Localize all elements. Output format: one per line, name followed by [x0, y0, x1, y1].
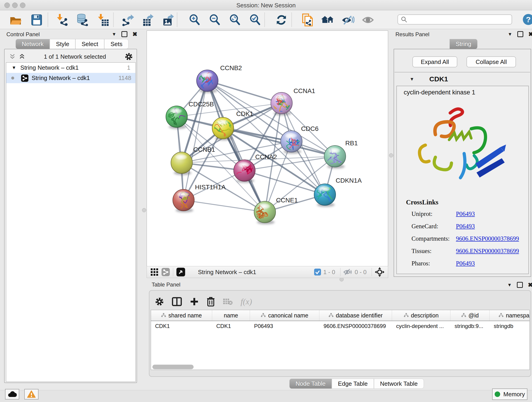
import-table-button[interactable] [96, 13, 109, 26]
show-columns-icon[interactable] [172, 297, 182, 306]
network-collection-row[interactable]: ▼ String Network – cdk1 1 [6, 63, 135, 73]
control-panel-close-icon[interactable]: ✖ [133, 32, 138, 36]
graph-edge-CCNB2-CCNE1[interactable] [207, 81, 265, 212]
results-panel-float-icon[interactable] [517, 31, 523, 37]
control-panel-collapse-icon[interactable]: ▼ [112, 32, 116, 37]
import-network-database-button[interactable] [76, 13, 89, 26]
delete-column-icon[interactable] [207, 297, 215, 306]
crosslink-link[interactable]: 9606.ENSP00000378699 [456, 248, 519, 255]
hide-selected-button[interactable] [341, 13, 355, 26]
show-all-button[interactable] [361, 13, 375, 26]
tab-style[interactable]: Style [50, 39, 75, 49]
open-in-window-icon[interactable] [177, 268, 185, 276]
import-network-file-button[interactable] [56, 13, 69, 26]
right-splitter-handle[interactable] [389, 153, 393, 157]
new-network-from-selection-button[interactable] [301, 13, 314, 26]
left-splitter-handle[interactable] [142, 208, 146, 212]
column-header-description[interactable]: description [392, 310, 450, 321]
export-table-icon [141, 13, 155, 26]
column-header-database-identifier[interactable]: database identifier [319, 310, 392, 321]
zoom-selected-icon [249, 13, 261, 26]
search-input[interactable] [398, 14, 512, 25]
results-panel-collapse-icon[interactable]: ▼ [508, 32, 512, 37]
add-column-icon[interactable] [190, 297, 199, 306]
results-panel-close-icon[interactable]: ✖ [528, 32, 532, 36]
table-panel-float-icon[interactable] [517, 282, 523, 288]
node-label-HIST1H1A: HIST1H1A [195, 184, 226, 191]
collapse-all-networks-icon[interactable] [9, 53, 16, 60]
apply-layout-button[interactable] [274, 13, 288, 26]
tab-edge-table[interactable]: Edge Table [332, 379, 374, 389]
table-panel-collapse-icon[interactable]: ▼ [507, 282, 512, 288]
zoom-fit-icon [229, 13, 241, 26]
cloud-status-button[interactable] [5, 389, 19, 400]
column-header-name[interactable]: name [212, 310, 250, 321]
tab-node-table[interactable]: Node Table [289, 379, 332, 389]
section-expander-icon[interactable]: ▼ [410, 77, 414, 82]
tab-network-table[interactable]: Network Table [374, 379, 424, 389]
graph-node-CDKN1A[interactable]: CDKN1A [314, 177, 362, 207]
duplicate-pages-icon [301, 13, 314, 27]
graph-mode-icon[interactable] [162, 268, 170, 276]
save-session-button[interactable] [30, 13, 44, 26]
zoom-selected-button[interactable] [248, 13, 262, 26]
export-table-button[interactable] [141, 13, 155, 26]
crosslink-link[interactable]: P06493 [456, 260, 475, 267]
tab-string[interactable]: String [450, 39, 477, 49]
crosslink-link[interactable]: 9606.ENSP00000378699 [456, 235, 519, 242]
tab-sets[interactable]: Sets [104, 39, 128, 49]
expand-all-networks-icon[interactable] [19, 53, 25, 60]
column-header--id[interactable]: @id [450, 310, 490, 321]
node-count: 11 [119, 75, 125, 82]
hidden-node-edge-counts: 0 - 0 [355, 269, 367, 276]
crosslink-link[interactable]: P06493 [456, 223, 475, 230]
collapse-all-button[interactable]: Collapse All [467, 56, 516, 67]
table-cell[interactable]: 9606.ENSP00000378699 [319, 321, 392, 331]
warnings-button[interactable] [24, 389, 38, 400]
export-image-button[interactable] [161, 13, 175, 26]
birds-eye-view-icon[interactable] [151, 268, 158, 276]
crosslink-link[interactable]: P06493 [456, 211, 475, 217]
table-cell[interactable]: CDK1 [212, 321, 250, 331]
node-table[interactable]: shared namenamecanonical namedatabase id… [151, 310, 530, 370]
tab-select[interactable]: Select [75, 39, 104, 49]
expand-all-button[interactable]: Expand All [412, 56, 457, 67]
table-hscrollbar-thumb[interactable] [152, 365, 194, 369]
gene-section-header[interactable]: ▼ CDK1 [394, 73, 530, 85]
first-neighbors-button[interactable] [321, 13, 335, 26]
table-cell[interactable]: stringdb [490, 321, 530, 331]
open-session-button[interactable] [9, 13, 22, 26]
column-header-canonical-name[interactable]: canonical name [250, 310, 319, 321]
export-network-button[interactable] [121, 13, 135, 26]
column-header-namespace[interactable]: namespace [490, 310, 530, 321]
edge-count: 48 [125, 75, 131, 82]
graph-edge-HIST1H1A-CCNE1[interactable] [184, 200, 265, 212]
network-options-gear-icon[interactable] [125, 52, 133, 61]
memory-button[interactable]: Memory [492, 389, 527, 400]
network-view-canvas[interactable]: CCNB2CCNA1CDC25BCDK1CDC6RB1CCNB1CCNA2CDK… [147, 31, 388, 267]
table-cell[interactable]: cyclin-dependent ... [392, 321, 450, 331]
column-header-shared-name[interactable]: shared name [151, 310, 212, 321]
zoom-out-button[interactable] [208, 13, 222, 26]
navigator-crosshair-icon[interactable] [375, 267, 385, 277]
table-row[interactable]: CDK1CDK1P064939606.ENSP00000378699cyclin… [151, 321, 530, 331]
tree-expander-icon[interactable]: ▼ [12, 65, 16, 70]
table-cell[interactable]: P06493 [250, 321, 319, 331]
help-button[interactable]: ? [523, 14, 532, 25]
graph-edge-CCNB2-HIST1H1A[interactable] [184, 81, 207, 200]
table-cell[interactable]: stringdb:9... [450, 321, 490, 331]
graph-node-CCNA1[interactable]: CCNA1 [270, 87, 315, 115]
toolbar-separator [291, 13, 292, 27]
table-settings-gear-icon[interactable] [155, 297, 164, 306]
table-cell[interactable]: CDK1 [151, 321, 212, 331]
control-panel-float-icon[interactable] [121, 31, 127, 37]
toolbar-separator [264, 13, 265, 27]
selected-checkbox-icon[interactable] [314, 269, 321, 275]
graph-node-HIST1H1A[interactable]: HIST1H1A [173, 184, 226, 215]
table-panel-close-icon[interactable]: ✖ [528, 283, 532, 287]
zoom-in-button[interactable] [188, 13, 202, 26]
network-graph[interactable]: CCNB2CCNA1CDC25BCDK1CDC6RB1CCNB1CCNA2CDK… [147, 31, 388, 266]
tab-network[interactable]: Network [16, 39, 50, 49]
network-row[interactable]: String Network – cdk1 11 48 [6, 73, 135, 83]
zoom-fit-button[interactable] [228, 13, 242, 26]
